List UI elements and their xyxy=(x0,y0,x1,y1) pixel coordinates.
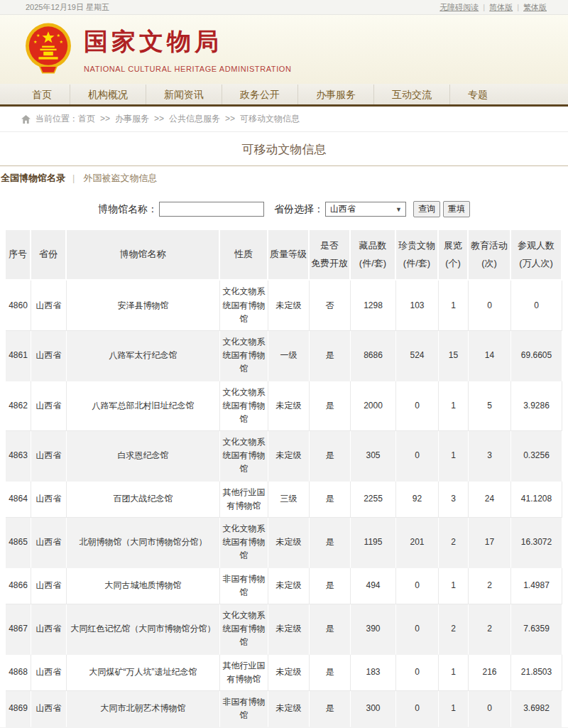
table-row: 4867山西省大同红色记忆馆（大同市博物馆分馆）文化文物系统国有博物馆未定级是3… xyxy=(6,604,562,655)
table-cell: 2 xyxy=(469,568,511,604)
table-cell: 山西省 xyxy=(31,568,67,604)
table-cell: 3 xyxy=(469,431,511,482)
svg-text:★: ★ xyxy=(60,39,64,44)
breadcrumb-separator: >> xyxy=(100,114,110,124)
tab-stolen-relics[interactable]: 外国被盗文物信息 xyxy=(75,172,165,185)
masthead: ★ ★ ★ ★ 国家文物局 NATIONAL CULTURAL HERITAGE… xyxy=(0,15,568,84)
table-cell: 3 xyxy=(439,482,469,518)
main-nav: 首页机构概况新闻资讯政务公开办事服务互动交流专题 xyxy=(0,84,568,107)
table-cell: 未定级 xyxy=(268,691,310,727)
table-cell: 文化文物系统国有博物馆 xyxy=(220,604,268,655)
table-row: 4864山西省百团大战纪念馆其他行业国有博物馆三级是22559232441.12… xyxy=(6,482,562,518)
reset-button[interactable]: 重填 xyxy=(443,201,470,217)
breadcrumb-item[interactable]: 首页 xyxy=(78,114,95,124)
column-header: 质量等级 xyxy=(268,230,310,281)
table-cell: 4867 xyxy=(6,604,31,655)
table-cell: 1195 xyxy=(351,518,396,568)
table-cell: 未定级 xyxy=(268,381,310,432)
table-cell: 白求恩纪念馆 xyxy=(67,431,220,482)
table-cell: 是 xyxy=(310,568,351,604)
table-cell: 7.6359 xyxy=(511,604,562,655)
topbar-link-separator: | xyxy=(517,3,519,11)
table-cell: 0.3256 xyxy=(511,431,562,482)
table-cell: 一级 xyxy=(268,331,310,381)
table-cell: 2 xyxy=(439,518,469,568)
topbar-link[interactable]: 无障碍阅读 xyxy=(439,2,479,13)
table-cell: 41.1208 xyxy=(511,482,562,518)
nav-item-2[interactable]: 机构概况 xyxy=(70,85,146,104)
top-utility-bar: 2025年12月19日 星期五 无障碍阅读|简体版|繁体版 xyxy=(0,0,568,15)
table-cell: 494 xyxy=(351,568,396,604)
table-cell: 1 xyxy=(439,691,469,727)
table-cell: 文化文物系统国有博物馆 xyxy=(220,281,268,331)
table-cell: 201 xyxy=(396,518,439,568)
breadcrumb-item[interactable]: 公共信息服务 xyxy=(169,114,220,124)
table-cell: 三级 xyxy=(268,482,310,518)
topbar-link[interactable]: 简体版 xyxy=(489,2,513,13)
nav-item-6[interactable]: 互动交流 xyxy=(373,85,449,104)
table-cell: 1.4987 xyxy=(511,568,562,604)
table-cell: 文化文物系统国有博物馆 xyxy=(220,518,268,568)
page-title: 可移动文物信息 xyxy=(242,143,327,156)
table-cell: 390 xyxy=(351,604,396,655)
table-cell: 是 xyxy=(310,655,351,691)
museum-name-input[interactable] xyxy=(159,202,264,217)
table-cell: 是 xyxy=(310,604,351,655)
table-cell: 21.8503 xyxy=(511,655,562,691)
table-cell: 1 xyxy=(439,381,469,432)
table-cell: 山西省 xyxy=(31,655,67,691)
province-select[interactable]: 山西省 ▼ xyxy=(325,202,406,217)
table-cell: 是 xyxy=(310,331,351,381)
table-cell: 17 xyxy=(469,518,511,568)
table-cell: 24 xyxy=(469,482,511,518)
table-cell: 文化文物系统国有博物馆 xyxy=(220,381,268,432)
table-cell: 14 xyxy=(469,331,511,381)
province-label: 省份选择： xyxy=(274,203,324,216)
table-cell: 否 xyxy=(310,281,351,331)
table-cell: 文化文物系统国有博物馆 xyxy=(220,331,268,381)
breadcrumb-separator: >> xyxy=(154,114,164,124)
column-header: 是否免费开放 xyxy=(310,230,351,281)
tab-museum-directory[interactable]: 全国博物馆名录 xyxy=(0,172,72,185)
column-header: 珍贵文物(件/套) xyxy=(396,230,439,281)
table-cell: 是 xyxy=(310,381,351,432)
table-cell: 大同市北朝艺术博物馆 xyxy=(67,691,220,727)
table-cell: 3.6982 xyxy=(511,691,562,727)
nav-item-1[interactable]: 首页 xyxy=(14,85,70,104)
table-cell: 其他行业国有博物馆 xyxy=(220,482,268,518)
table-cell: 1 xyxy=(439,568,469,604)
table-cell: 文化文物系统国有博物馆 xyxy=(220,431,268,482)
table-cell: 216 xyxy=(469,655,511,691)
table-row: 4863山西省白求恩纪念馆文化文物系统国有博物馆未定级是3050130.3256 xyxy=(6,431,562,482)
table-cell: 八路军太行纪念馆 xyxy=(67,331,220,381)
table-cell: 5 xyxy=(469,381,511,432)
table-cell: 北朝博物馆（大同市博物馆分馆） xyxy=(67,518,220,568)
table-cell: 0 xyxy=(396,655,439,691)
table-cell: 1 xyxy=(439,281,469,331)
nav-item-4[interactable]: 政务公开 xyxy=(222,85,297,104)
table-header-row: 序号省份博物馆名称性质质量等级是否免费开放藏品数(件/套)珍贵文物(件/套)展览… xyxy=(6,230,562,281)
table-cell: 山西省 xyxy=(31,331,67,381)
topbar-link-separator: | xyxy=(483,3,485,11)
breadcrumb-item[interactable]: 可移动文物信息 xyxy=(240,114,300,124)
table-cell: 0 xyxy=(396,691,439,727)
table-cell: 16.3072 xyxy=(511,518,562,568)
table-cell: 其他行业国有博物馆 xyxy=(220,655,268,691)
table-cell: 15 xyxy=(439,331,469,381)
table-cell: 524 xyxy=(396,331,439,381)
table-cell: 山西省 xyxy=(31,431,67,482)
table-cell: 305 xyxy=(351,431,396,482)
breadcrumb-item[interactable]: 办事服务 xyxy=(115,114,149,124)
query-button[interactable]: 查询 xyxy=(413,201,440,217)
nav-item-7[interactable]: 专题 xyxy=(449,85,506,104)
table-cell: 山西省 xyxy=(31,281,67,331)
page-title-wrap: 可移动文物信息 xyxy=(0,132,568,166)
topbar-link[interactable]: 繁体版 xyxy=(523,2,547,13)
national-emblem-icon: ★ ★ ★ ★ xyxy=(24,21,72,78)
table-cell: 2 xyxy=(469,604,511,655)
nav-item-3[interactable]: 新闻资讯 xyxy=(146,85,222,104)
table-cell: 0 xyxy=(511,281,562,331)
table-cell: 69.6605 xyxy=(511,331,562,381)
nav-item-5[interactable]: 办事服务 xyxy=(297,85,373,104)
table-cell: 2255 xyxy=(351,482,396,518)
